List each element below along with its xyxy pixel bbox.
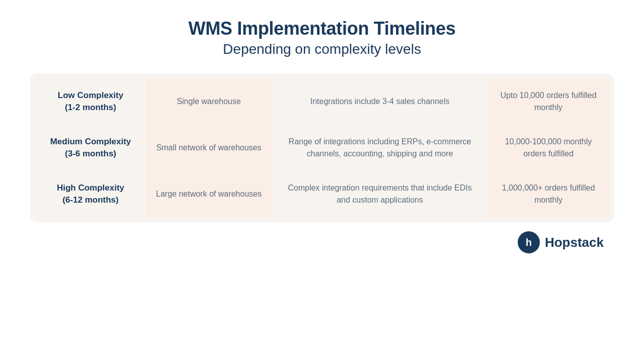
cell-row1-col-complexity: Low Complexity(1-2 months) — [35, 78, 146, 125]
cell-row3-col-orders: 1,000,000+ orders fulfilled monthly — [488, 171, 609, 217]
cell-row3-col-integration: Complex integration requirements that in… — [272, 171, 488, 217]
cell-row2-col-warehouse: Small network of warehouses — [146, 125, 272, 171]
brand-name: Hopstack — [545, 235, 604, 250]
subtitle: Depending on complexity levels — [188, 41, 455, 57]
footer: h Hopstack — [30, 231, 614, 253]
cell-row2-col-integration: Range of integrations including ERPs, e-… — [272, 125, 488, 171]
cell-row2-col-complexity: Medium Complexity(3-6 months) — [35, 125, 146, 171]
brand-logo: h — [518, 231, 540, 253]
cell-row2-col-orders: 10,000-100,000 monthly orders fulfilled — [488, 125, 609, 171]
header: WMS Implementation Timelines Depending o… — [188, 18, 455, 57]
main-title: WMS Implementation Timelines — [188, 18, 455, 39]
cell-row3-col-complexity: High Complexity(6-12 months) — [35, 171, 146, 217]
cell-row1-col-warehouse: Single warehouse — [146, 78, 272, 125]
cell-row3-col-warehouse: Large network of warehouses — [146, 171, 272, 217]
table-wrapper: Low Complexity(1-2 months)Single warehou… — [30, 73, 614, 222]
table-grid: Low Complexity(1-2 months)Single warehou… — [35, 78, 609, 217]
brand: h Hopstack — [518, 231, 604, 253]
cell-row1-col-orders: Upto 10,000 orders fulfilled monthly — [488, 78, 609, 125]
cell-row1-col-integration: Integrations include 3-4 sales channels — [272, 78, 488, 125]
brand-logo-letter: h — [526, 237, 532, 248]
